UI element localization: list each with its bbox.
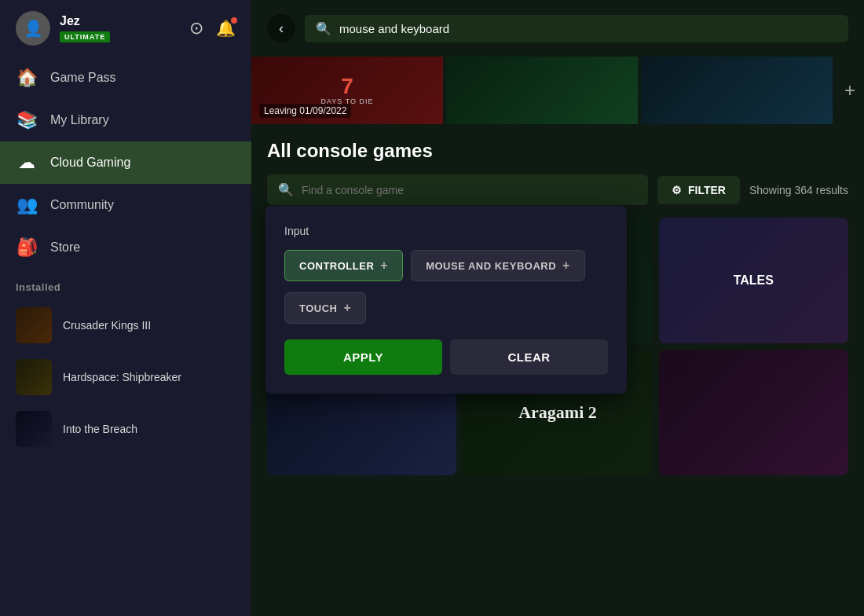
sidebar-item-store[interactable]: 🎒 Store <box>0 226 251 269</box>
search-icon-filter: 🔍 <box>278 182 294 197</box>
filter-dropdown: Input CONTROLLER + MOUSE AND KEYBOARD + … <box>265 206 627 394</box>
clear-button[interactable]: CLEAR <box>450 339 608 375</box>
back-button[interactable]: ‹ <box>267 14 295 42</box>
community-icon: 👥 <box>16 195 38 215</box>
cloud-icon: ☁ <box>16 152 38 173</box>
filter-options-row2: TOUCH + <box>284 292 608 324</box>
mouse-keyboard-plus-icon: + <box>562 258 570 273</box>
installed-name-into-the-breach: Into the Breach <box>63 423 137 435</box>
sidebar-item-label-community: Community <box>50 198 114 212</box>
top-bar: ‹ 🔍 <box>251 0 864 57</box>
banner-area: 7 DAYS TO DIE Leaving 01/09/2022 + <box>251 57 864 127</box>
filter-button-label: FILTER <box>688 184 726 196</box>
installed-name-hardspace: Hardspace: Shipbreaker <box>63 371 181 383</box>
filter-chip-controller[interactable]: CONTROLLER + <box>284 250 403 281</box>
game-search-box: 🔍 <box>267 174 648 205</box>
top-search-bar: 🔍 <box>305 15 848 42</box>
sidebar-item-label-cloud-gaming: Cloud Gaming <box>50 156 130 170</box>
notification-icon[interactable]: 🔔 <box>216 19 236 38</box>
installed-item-hardspace[interactable]: Hardspace: Shipbreaker <box>0 351 251 403</box>
filter-options-row1: CONTROLLER + MOUSE AND KEYBOARD + <box>284 250 608 281</box>
controller-label: CONTROLLER <box>299 260 374 272</box>
sidebar-item-label-store: Store <box>50 240 80 255</box>
sidebar-header: 👤 Jez ULTIMATE ⊙ 🔔 <box>0 0 251 57</box>
installed-thumb-into-the-breach <box>16 411 52 447</box>
sidebar: 👤 Jez ULTIMATE ⊙ 🔔 🏠 Game Pass 📚 My Libr… <box>0 0 251 616</box>
game-search-input[interactable] <box>302 184 637 196</box>
home-icon: 🏠 <box>16 68 38 88</box>
clear-label: CLEAR <box>507 350 550 364</box>
banner-item-2[interactable] <box>446 57 638 124</box>
filter-button[interactable]: ⚙ FILTER <box>657 176 740 204</box>
banner-item-3[interactable] <box>641 57 833 124</box>
content-area: All console games 🔍 ⚙ FILTER Showing 364… <box>251 127 864 616</box>
installed-thumb-hardspace <box>16 359 52 395</box>
search-icon-top: 🔍 <box>316 21 331 36</box>
plus-icon: + <box>844 79 855 101</box>
filter-section-title: Input <box>284 225 608 237</box>
notification-dot <box>231 17 237 24</box>
touch-plus-icon: + <box>343 301 351 315</box>
aragami-title: Aragami 2 <box>518 402 597 423</box>
tales-title: TALES <box>734 273 774 288</box>
filter-bar: 🔍 ⚙ FILTER Showing 364 results <box>267 174 848 205</box>
header-icons: ⊙ 🔔 <box>189 18 236 38</box>
section-title: All console games <box>267 140 848 162</box>
filter-chip-touch[interactable]: TOUCH + <box>284 292 366 324</box>
mouse-keyboard-label: MOUSE AND KEYBOARD <box>426 260 556 272</box>
results-count: Showing 364 results <box>749 184 848 196</box>
installed-name-crusader: Crusader Kings III <box>63 319 151 332</box>
installed-item-crusader[interactable]: Crusader Kings III <box>0 299 251 351</box>
apply-label: APPLY <box>343 350 383 364</box>
touch-label: TOUCH <box>299 302 337 314</box>
sidebar-item-game-pass[interactable]: 🏠 Game Pass <box>0 57 251 99</box>
plus-button[interactable]: + <box>836 57 864 124</box>
sidebar-item-my-library[interactable]: 📚 My Library <box>0 99 251 141</box>
sidebar-item-community[interactable]: 👥 Community <box>0 184 251 226</box>
game-card-tales[interactable]: TALES <box>659 218 848 343</box>
filter-chip-mouse-keyboard[interactable]: MOUSE AND KEYBOARD + <box>411 250 585 281</box>
main-content: ‹ 🔍 7 DAYS TO DIE Leaving 01/09/2022 + A… <box>251 0 864 616</box>
sidebar-item-label-game-pass: Game Pass <box>50 71 116 85</box>
filter-actions: APPLY CLEAR <box>284 339 608 375</box>
banner-label-1: Leaving 01/09/2022 <box>259 104 351 118</box>
store-icon: 🎒 <box>16 237 38 258</box>
game-card-9[interactable] <box>659 350 848 475</box>
user-name: Jez <box>60 14 180 28</box>
controller-plus-icon: + <box>380 258 388 273</box>
banner-item-1[interactable]: 7 DAYS TO DIE Leaving 01/09/2022 <box>251 57 443 124</box>
sidebar-item-cloud-gaming[interactable]: ☁ Cloud Gaming <box>0 141 251 184</box>
installed-thumb-crusader <box>16 307 52 343</box>
sidebar-item-label-my-library: My Library <box>50 113 109 127</box>
library-icon: 📚 <box>16 110 38 130</box>
filter-icon: ⚙ <box>672 184 682 196</box>
xbox-icon[interactable]: ⊙ <box>189 18 203 38</box>
user-badge: ULTIMATE <box>60 31 110 42</box>
installed-item-into-the-breach[interactable]: Into the Breach <box>0 403 251 455</box>
user-info: Jez ULTIMATE <box>60 14 180 42</box>
top-search-input[interactable] <box>339 22 837 35</box>
installed-section-label: Installed <box>0 269 251 299</box>
avatar: 👤 <box>16 11 50 46</box>
apply-button[interactable]: APPLY <box>284 339 442 375</box>
